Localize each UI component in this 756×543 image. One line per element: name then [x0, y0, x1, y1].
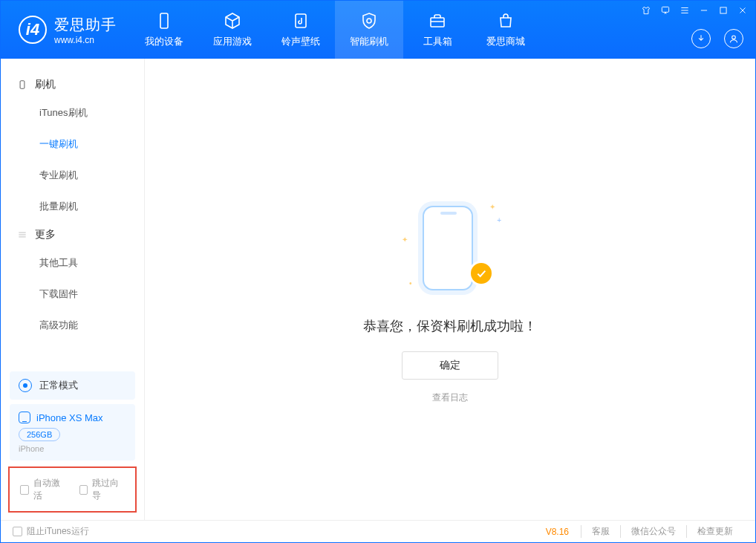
checkbox-label: 阻止iTunes运行	[27, 525, 89, 538]
success-message: 恭喜您，保资料刷机成功啦！	[363, 317, 537, 335]
checkbox-icon	[13, 527, 22, 536]
success-illustration: ✦ • + ✦	[402, 200, 498, 296]
sidebar-item-oneclick-flash[interactable]: 一键刷机	[1, 129, 144, 160]
shield-refresh-icon	[359, 11, 379, 30]
shirt-icon[interactable]	[641, 5, 651, 16]
tab-smart-flash[interactable]: 智能刷机	[335, 1, 403, 59]
checkbox-label: 跳过向导	[92, 477, 125, 502]
tab-label: 工具箱	[423, 35, 452, 48]
ok-button[interactable]: 确定	[402, 351, 498, 380]
sidebar-section-flash: 刷机	[1, 72, 144, 97]
tab-my-device[interactable]: 我的设备	[130, 1, 198, 59]
svg-rect-4	[720, 7, 726, 13]
shopping-bag-icon	[496, 11, 515, 30]
download-button[interactable]	[691, 29, 711, 48]
device-card[interactable]: iPhone XS Max 256GB iPhone	[10, 404, 135, 461]
tab-toolbox[interactable]: 工具箱	[403, 1, 472, 59]
app-subtitle: www.i4.cn	[54, 35, 117, 45]
device-capacity-badge: 256GB	[19, 428, 60, 441]
checkbox-skip-wizard[interactable]: 跳过向导	[79, 477, 126, 502]
app-title: 爱思助手	[54, 15, 117, 35]
sparkle-icon: ✦	[489, 203, 495, 211]
svg-point-5	[732, 36, 736, 39]
checkbox-auto-activate[interactable]: 自动激活	[20, 477, 66, 502]
footer-link-support[interactable]: 客服	[581, 525, 620, 538]
sidebar-item-batch-flash[interactable]: 批量刷机	[1, 191, 144, 222]
sidebar-section-title: 更多	[35, 228, 56, 241]
mode-icon	[19, 379, 32, 392]
app-header: i4 爱思助手 www.i4.cn 我的设备 应用游戏 铃声壁纸 智能刷机 工具…	[1, 1, 755, 59]
maximize-icon[interactable]	[718, 5, 729, 16]
checkmark-badge-icon	[469, 261, 494, 286]
sidebar-item-download-firmware[interactable]: 下载固件	[1, 279, 144, 310]
mode-card[interactable]: 正常模式	[10, 371, 135, 400]
tab-label: 铃声壁纸	[281, 35, 320, 48]
svg-rect-1	[296, 14, 306, 27]
logo-icon: i4	[19, 16, 47, 44]
view-log-link[interactable]: 查看日志	[432, 391, 468, 404]
list-icon	[17, 230, 27, 240]
checkbox-icon	[79, 485, 88, 495]
device-name: iPhone XS Max	[36, 412, 103, 423]
user-button[interactable]	[724, 29, 743, 48]
sidebar: 刷机 iTunes刷机 一键刷机 专业刷机 批量刷机 更多 其他工具 下载固件 …	[1, 59, 145, 520]
close-icon[interactable]	[737, 5, 748, 16]
footer: 阻止iTunes运行 V8.16 客服 微信公众号 检查更新	[1, 520, 755, 542]
phone-illustration-icon	[423, 206, 473, 290]
window-controls	[641, 5, 748, 16]
minimize-icon[interactable]	[699, 5, 709, 16]
svg-rect-2	[431, 18, 444, 27]
tab-label: 我的设备	[145, 35, 183, 48]
checkbox-label: 自动激活	[33, 477, 66, 502]
music-note-icon	[291, 11, 310, 30]
feedback-icon[interactable]	[660, 5, 671, 16]
main-tabs: 我的设备 应用游戏 铃声壁纸 智能刷机 工具箱 爱思商城	[130, 1, 540, 59]
sidebar-item-other-tools[interactable]: 其他工具	[1, 247, 144, 279]
sidebar-item-pro-flash[interactable]: 专业刷机	[1, 160, 144, 191]
tab-label: 爱思商城	[486, 35, 525, 48]
sidebar-item-itunes-flash[interactable]: iTunes刷机	[1, 97, 144, 129]
menu-icon[interactable]	[680, 5, 690, 16]
checkbox-icon	[20, 485, 29, 495]
tab-store[interactable]: 爱思商城	[472, 1, 540, 59]
mode-label: 正常模式	[39, 379, 78, 392]
footer-link-check-update[interactable]: 检查更新	[686, 525, 743, 538]
svg-rect-3	[662, 7, 668, 12]
svg-rect-6	[20, 81, 25, 89]
tab-ringtones-wallpapers[interactable]: 铃声壁纸	[267, 1, 335, 59]
phone-icon	[154, 11, 174, 30]
sparkle-icon: +	[497, 216, 501, 224]
device-icon	[19, 412, 30, 423]
checkbox-block-itunes[interactable]: 阻止iTunes运行	[13, 525, 89, 538]
device-type: iPhone	[19, 444, 126, 453]
tab-apps-games[interactable]: 应用游戏	[198, 1, 267, 59]
header-right-actions	[691, 29, 743, 48]
toolbox-icon	[428, 11, 447, 30]
footer-link-wechat[interactable]: 微信公众号	[620, 525, 686, 538]
app-logo: i4 爱思助手 www.i4.cn	[1, 1, 130, 59]
tab-label: 智能刷机	[350, 35, 388, 48]
sidebar-item-advanced[interactable]: 高级功能	[1, 310, 144, 341]
sidebar-section-title: 刷机	[35, 78, 56, 91]
flash-options-highlight: 自动激活 跳过向导	[8, 466, 137, 513]
sidebar-section-more: 更多	[1, 222, 144, 247]
tab-label: 应用游戏	[213, 35, 252, 48]
sparkle-icon: ✦	[402, 235, 408, 244]
svg-rect-0	[160, 13, 168, 28]
main-content: ✦ • + ✦ 恭喜您，保资料刷机成功啦！ 确定 查看日志	[145, 59, 755, 520]
device-icon	[17, 79, 27, 90]
version-label: V8.16	[546, 527, 569, 537]
sparkle-icon: •	[409, 279, 412, 287]
cube-icon	[223, 11, 242, 30]
